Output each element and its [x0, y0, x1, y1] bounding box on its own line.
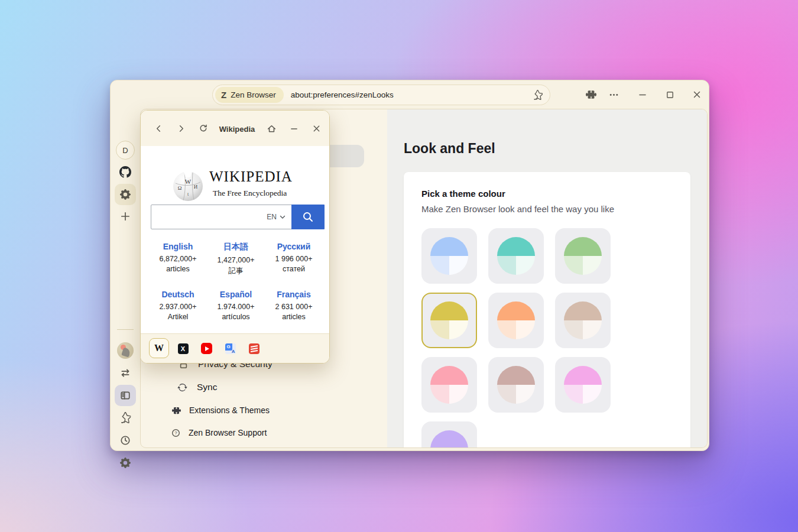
popup-close-button[interactable]	[311, 123, 322, 134]
new-tab-icon[interactable]	[120, 211, 131, 222]
popup-tab-dock: W X G A	[141, 333, 329, 363]
theme-swatch-yellow[interactable]	[421, 293, 477, 348]
wikipedia-page: W Ω И t WIKIPEDIA The Free Encyclopedia …	[141, 146, 329, 334]
nav-extensions-themes[interactable]: Extensions & Themes	[172, 406, 270, 415]
theme-swatch-blue[interactable]	[421, 228, 477, 284]
theme-swatch-circle-teal	[497, 237, 535, 275]
theme-swatch-mauve[interactable]	[488, 357, 544, 413]
wikipedia-popup-window: Wikipedia W Ω И t WIKIPEDIA The Free Enc…	[140, 110, 330, 364]
wikipedia-search-button[interactable]	[291, 205, 325, 229]
svg-text:И: И	[194, 184, 198, 190]
popup-minimize-button[interactable]	[288, 123, 299, 134]
github-tab-icon[interactable]	[119, 166, 131, 178]
settings-tab-icon[interactable]	[115, 184, 136, 205]
language-link-japanese[interactable]: 日本語1,427,000+記事	[207, 242, 265, 276]
theme-swatch-circle-green	[564, 237, 602, 275]
theme-swatch-purple[interactable]	[421, 421, 477, 448]
url-bar[interactable]: Z Zen Browser about:preferences#zenLooks	[212, 85, 550, 105]
language-code: EN	[267, 213, 277, 221]
theme-swatch-orange[interactable]	[488, 293, 544, 348]
card-title: Pick a theme colour	[421, 189, 505, 199]
theme-swatch-teal[interactable]	[488, 228, 544, 284]
theme-swatch-pink[interactable]	[421, 357, 477, 413]
popup-title: Wikipedia	[219, 125, 255, 134]
theme-swatch-circle-purple	[430, 430, 468, 448]
dock-tab-translate[interactable]: G A	[225, 343, 236, 354]
wikipedia-language-grid: English6,872,000+articles 日本語1,427,000+記…	[149, 242, 323, 321]
theme-swatch-magenta[interactable]	[555, 357, 611, 413]
nav-sync-label: Sync	[197, 382, 217, 392]
theme-swatch-circle-mauve	[497, 366, 535, 404]
theme-swatch-circle-magenta	[564, 366, 602, 404]
popup-forward-button[interactable]	[176, 123, 186, 134]
wikipedia-favicon: W	[154, 343, 164, 353]
dock-tab-youtube[interactable]	[201, 343, 212, 354]
history-icon[interactable]	[120, 435, 131, 446]
workspace-avatar[interactable]: D	[116, 141, 135, 160]
menu-ellipsis-icon[interactable]	[608, 89, 619, 100]
wikipedia-tagline: The Free Encyclopedia	[213, 189, 287, 198]
preferences-gear-icon[interactable]	[120, 458, 131, 468]
theme-swatch-green[interactable]	[555, 228, 611, 284]
theme-swatch-grid	[421, 228, 611, 448]
translate-favicon: G A	[225, 343, 236, 354]
popup-home-button[interactable]	[266, 123, 277, 134]
minimize-button[interactable]	[637, 89, 648, 100]
sidebar-divider	[117, 329, 134, 330]
language-link-german[interactable]: Deutsch2.937.000+Artikel	[149, 290, 207, 321]
nav-extensions-themes-label: Extensions & Themes	[189, 406, 270, 415]
svg-text:Ω: Ω	[178, 185, 182, 191]
theme-swatch-circle-tan	[564, 301, 602, 339]
settings-main-panel: Look and Feel Pick a theme colour Make Z…	[387, 109, 707, 447]
youtube-favicon	[201, 343, 212, 354]
theme-swatch-tan[interactable]	[555, 293, 611, 348]
wikipedia-globe-logo: W Ω И t	[172, 170, 204, 202]
theme-swatch-circle-orange	[497, 301, 535, 339]
site-identity-label: Zen Browser	[231, 90, 276, 99]
todoist-favicon	[249, 343, 259, 354]
browser-toolbar: Z Zen Browser about:preferences#zenLooks	[111, 80, 709, 109]
nav-support-label: Zen Browser Support	[189, 428, 267, 437]
card-subtitle: Make Zen Browser look and feel the way y…	[421, 204, 614, 214]
dock-tab-wikipedia[interactable]: W	[149, 338, 169, 358]
theme-swatch-circle-pink	[430, 366, 468, 404]
nav-sync[interactable]: Sync	[177, 382, 217, 392]
dock-tab-x[interactable]: X	[177, 343, 189, 354]
popup-back-button[interactable]	[153, 123, 164, 134]
popup-reload-button[interactable]	[198, 123, 209, 134]
close-button[interactable]	[691, 89, 703, 100]
wikipedia-language-selector[interactable]: EN	[267, 205, 291, 229]
browser-sidebar: D	[111, 109, 140, 450]
wikipedia-search-bar: EN	[151, 205, 325, 229]
bookmark-star-icon[interactable]	[533, 90, 543, 100]
page-title: Look and Feel	[404, 141, 495, 157]
language-link-spanish[interactable]: Español1.974.000+artículos	[207, 290, 265, 321]
dock-tab-todoist[interactable]	[248, 343, 259, 354]
theme-colour-card: Pick a theme colour Make Zen Browser loo…	[404, 172, 690, 448]
url-text[interactable]: about:preferences#zenLooks	[291, 90, 533, 99]
wikipedia-wordmark: WIKIPEDIA	[209, 168, 293, 185]
svg-text:W: W	[185, 178, 192, 185]
profile-avatar[interactable]	[117, 342, 134, 359]
x-favicon: X	[178, 343, 189, 354]
language-link-russian[interactable]: Русский1 996 000+статей	[265, 242, 323, 276]
nav-support[interactable]: Zen Browser Support	[171, 428, 267, 437]
language-link-french[interactable]: Français2 631 000+articles	[265, 290, 323, 321]
bookmarks-icon[interactable]	[120, 412, 131, 423]
zen-logo-icon: Z	[221, 90, 226, 99]
language-link-english[interactable]: English6,872,000+articles	[149, 242, 207, 276]
wikipedia-search-input[interactable]	[151, 205, 267, 229]
site-identity-badge[interactable]: Z Zen Browser	[215, 87, 284, 103]
maximize-button[interactable]	[664, 89, 676, 100]
popup-header[interactable]: Wikipedia	[141, 111, 329, 146]
workspace-switch-icon[interactable]	[120, 368, 131, 378]
theme-swatch-circle-yellow	[430, 301, 468, 339]
toggle-sidebar-icon[interactable]	[115, 385, 136, 406]
theme-swatch-circle-blue	[430, 237, 468, 275]
